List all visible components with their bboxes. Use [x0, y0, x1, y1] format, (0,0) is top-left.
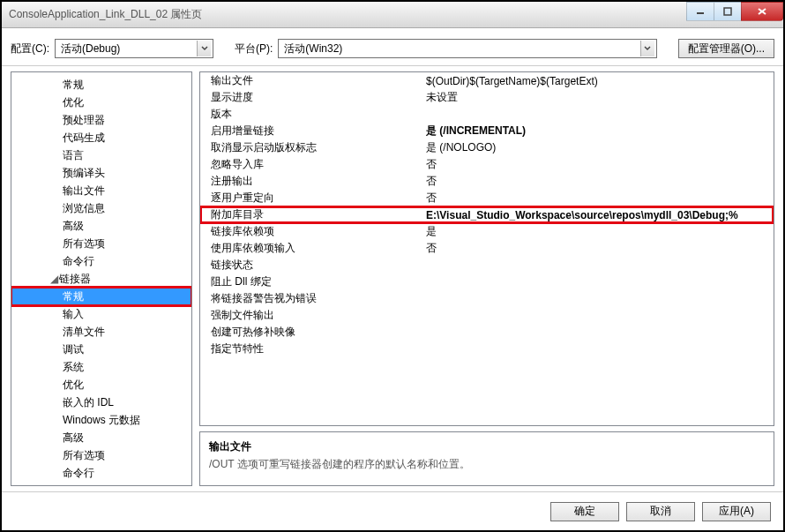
apply-button[interactable]: 应用(A) — [702, 502, 771, 521]
minimize-button[interactable] — [686, 2, 714, 21]
property-name: 输出文件 — [200, 73, 422, 88]
description-text: /OUT 选项可重写链接器创建的程序的默认名称和位置。 — [209, 457, 765, 472]
property-row[interactable]: 显示进度未设置 — [200, 89, 774, 106]
property-value: 否 — [422, 191, 774, 206]
property-row[interactable]: 启用增量链接是 (/INCREMENTAL) — [200, 123, 774, 139]
property-row[interactable]: 附加库目录E:\Visual_Studio_Workspace\source\r… — [200, 206, 774, 223]
tree-item[interactable]: 预处理器 — [11, 111, 191, 129]
property-value: 是 (/INCREMENTAL) — [422, 124, 774, 139]
property-name: 阻止 Dll 绑定 — [200, 274, 422, 289]
category-tree[interactable]: 常规优化预处理器代码生成语言预编译头输出文件浏览信息高级所有选项命令行◢ 链接器… — [11, 71, 192, 486]
platform-combo[interactable]: 活动(Win32) — [278, 39, 656, 58]
maximize-button[interactable] — [714, 2, 742, 21]
window-controls — [687, 2, 783, 21]
tree-item[interactable]: 语言 — [11, 146, 191, 164]
tree-item[interactable]: 优化 — [11, 94, 191, 111]
property-value: 否 — [422, 157, 774, 172]
property-name: 逐用户重定向 — [200, 191, 422, 206]
property-row[interactable]: 阻止 Dll 绑定 — [200, 273, 774, 290]
property-name: 版本 — [200, 107, 422, 122]
window-titlebar: ConsoleApplication_Link_DLL_02 属性页 — [2, 2, 783, 28]
dialog-footer: 确定 取消 应用(A) — [2, 491, 783, 530]
property-name: 创建可热修补映像 — [200, 325, 422, 340]
window-title: ConsoleApplication_Link_DLL_02 属性页 — [9, 7, 202, 22]
property-grid[interactable]: 输出文件$(OutDir)$(TargetName)$(TargetExt)显示… — [199, 71, 774, 426]
tree-item[interactable]: Windows 元数据 — [11, 411, 191, 429]
config-label: 配置(C): — [11, 41, 49, 56]
property-row[interactable]: 链接状态 — [200, 257, 774, 273]
tree-item[interactable]: 输出文件 — [11, 182, 191, 199]
property-name: 取消显示启动版权标志 — [200, 140, 422, 155]
description-title: 输出文件 — [209, 439, 765, 454]
property-name: 指定节特性 — [200, 341, 422, 356]
expander-closed-icon: ▷ — [49, 482, 59, 486]
tree-item[interactable]: 常规 — [11, 288, 191, 305]
property-value: $(OutDir)$(TargetName)$(TargetExt) — [422, 75, 774, 87]
platform-label: 平台(P): — [235, 41, 273, 56]
minimize-icon — [696, 7, 705, 16]
config-combo[interactable]: 活动(Debug) — [55, 39, 213, 58]
description-panel: 输出文件 /OUT 选项可重写链接器创建的程序的默认名称和位置。 — [199, 431, 774, 486]
main-area: 常规优化预处理器代码生成语言预编译头输出文件浏览信息高级所有选项命令行◢ 链接器… — [2, 66, 783, 491]
property-value: 否 — [422, 174, 774, 189]
property-value: 否 — [422, 241, 774, 256]
tree-item[interactable]: 调试 — [11, 341, 191, 358]
close-button[interactable] — [741, 2, 783, 21]
tree-item[interactable]: 系统 — [11, 358, 191, 376]
tree-item[interactable]: 浏览信息 — [11, 199, 191, 217]
tree-item[interactable]: 命令行 — [11, 252, 191, 270]
property-row[interactable]: 输出文件$(OutDir)$(TargetName)$(TargetExt) — [200, 72, 774, 89]
tree-item[interactable]: 所有选项 — [11, 235, 191, 252]
tree-item[interactable]: 预编译头 — [11, 164, 191, 182]
tree-item[interactable]: 高级 — [11, 429, 191, 446]
close-icon — [757, 7, 767, 16]
tree-item-manifest[interactable]: ▷ 清单工具 — [11, 482, 191, 486]
property-row[interactable]: 创建可热修补映像 — [200, 324, 774, 341]
property-value: 是 (/NOLOGO) — [422, 140, 774, 155]
property-name: 显示进度 — [200, 90, 422, 105]
tree-item[interactable]: 代码生成 — [11, 129, 191, 146]
config-combo-value: 活动(Debug) — [61, 41, 197, 56]
property-row[interactable]: 忽略导入库否 — [200, 156, 774, 173]
property-value: 是 — [422, 224, 774, 239]
tree-item[interactable]: 命令行 — [11, 464, 191, 482]
tree-item[interactable]: 优化 — [11, 376, 191, 393]
tree-item[interactable]: 清单文件 — [11, 323, 191, 341]
property-value: 未设置 — [422, 90, 774, 105]
cancel-button[interactable]: 取消 — [626, 502, 695, 521]
tree-item-linker[interactable]: ◢ 链接器 — [11, 270, 191, 288]
property-name: 注册输出 — [200, 174, 422, 189]
property-name: 将链接器警告视为错误 — [200, 291, 422, 306]
property-row[interactable]: 注册输出否 — [200, 173, 774, 190]
property-row[interactable]: 将链接器警告视为错误 — [200, 290, 774, 307]
property-name: 链接状态 — [200, 258, 422, 273]
property-row[interactable]: 链接库依赖项是 — [200, 223, 774, 240]
svg-rect-1 — [724, 8, 731, 15]
property-row[interactable]: 逐用户重定向否 — [200, 190, 774, 206]
expander-open-icon: ◢ — [49, 270, 59, 288]
property-name: 使用库依赖项输入 — [200, 241, 422, 256]
property-row[interactable]: 指定节特性 — [200, 341, 774, 357]
chevron-down-icon — [640, 41, 654, 56]
property-row[interactable]: 强制文件输出 — [200, 307, 774, 324]
property-row[interactable]: 使用库依赖项输入否 — [200, 240, 774, 257]
ok-button[interactable]: 确定 — [550, 502, 619, 521]
chevron-down-icon — [197, 41, 211, 56]
property-name: 启用增量链接 — [200, 124, 422, 139]
config-toolbar: 配置(C): 活动(Debug) 平台(P): 活动(Win32) 配置管理器(… — [2, 28, 783, 66]
tree-item[interactable]: 所有选项 — [11, 446, 191, 464]
property-name: 附加库目录 — [200, 207, 422, 222]
property-row[interactable]: 取消显示启动版权标志是 (/NOLOGO) — [200, 139, 774, 156]
platform-combo-value: 活动(Win32) — [284, 41, 639, 56]
property-name: 链接库依赖项 — [200, 224, 422, 239]
tree-item[interactable]: 输入 — [11, 305, 191, 323]
config-manager-button[interactable]: 配置管理器(O)... — [678, 39, 774, 58]
tree-item[interactable]: 常规 — [11, 76, 191, 94]
tree-item[interactable]: 高级 — [11, 217, 191, 235]
maximize-icon — [723, 7, 732, 16]
right-pane: 输出文件$(OutDir)$(TargetName)$(TargetExt)显示… — [199, 71, 774, 486]
property-row[interactable]: 版本 — [200, 106, 774, 123]
property-name: 强制文件输出 — [200, 308, 422, 323]
property-name: 忽略导入库 — [200, 157, 422, 172]
tree-item[interactable]: 嵌入的 IDL — [11, 393, 191, 411]
